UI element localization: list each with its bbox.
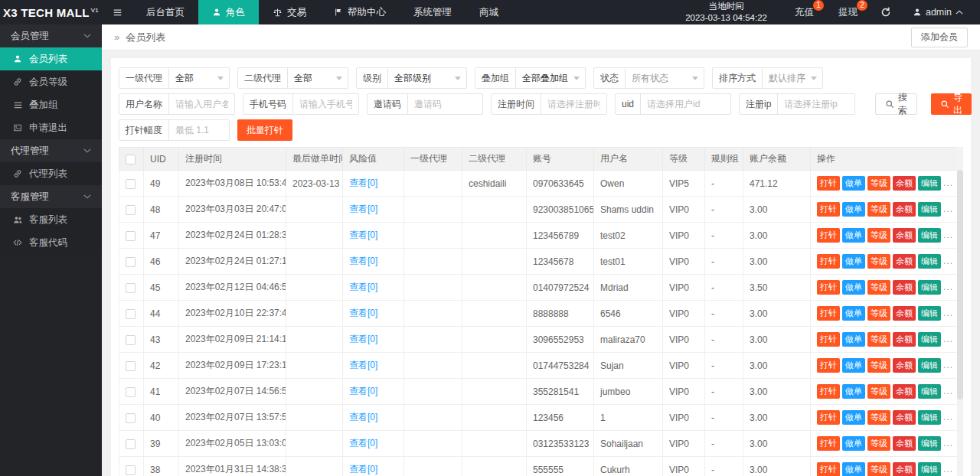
risk-view-link[interactable]: 查看[0] xyxy=(349,256,377,266)
risk-view-link[interactable]: 查看[0] xyxy=(349,178,377,188)
refresh-icon[interactable] xyxy=(870,7,902,18)
row-action-inject[interactable]: 打针 xyxy=(817,176,840,190)
row-action-level[interactable]: 等级 xyxy=(867,254,890,268)
nav-item[interactable]: 商城 xyxy=(466,0,512,24)
table-scrollbar[interactable] xyxy=(957,147,963,476)
row-action-order[interactable]: 做单 xyxy=(842,306,865,320)
row-action-level[interactable]: 等级 xyxy=(867,410,890,424)
select-all-checkbox[interactable] xyxy=(126,155,136,165)
row-action-balance[interactable]: 余额 xyxy=(893,332,916,346)
filter-select[interactable]: 全部级别 xyxy=(388,68,466,88)
row-action-balance[interactable]: 余额 xyxy=(893,228,916,242)
row-action-balance[interactable]: 余额 xyxy=(893,202,916,216)
risk-view-link[interactable]: 查看[0] xyxy=(349,412,377,422)
row-action-edit[interactable]: 编辑 xyxy=(918,228,941,242)
row-action-edit[interactable]: 编辑 xyxy=(918,332,941,346)
row-action-edit[interactable]: 编辑 xyxy=(918,436,941,450)
row-action-inject[interactable]: 打针 xyxy=(817,228,840,242)
row-action-level[interactable]: 等级 xyxy=(867,358,890,372)
row-action-inject[interactable]: 打针 xyxy=(817,462,840,476)
row-action-edit[interactable]: 编辑 xyxy=(918,410,941,424)
row-action-inject[interactable]: 打针 xyxy=(817,332,840,346)
row-action-order[interactable]: 做单 xyxy=(842,358,865,372)
more-actions[interactable]: ... xyxy=(943,178,953,188)
filter-input[interactable] xyxy=(778,94,854,114)
row-action-inject[interactable]: 打针 xyxy=(817,280,840,294)
row-action-inject[interactable]: 打针 xyxy=(817,410,840,424)
export-button[interactable]: 导出 xyxy=(931,93,972,115)
row-action-level[interactable]: 等级 xyxy=(867,332,890,346)
row-action-inject[interactable]: 打针 xyxy=(817,254,840,268)
filter-input[interactable] xyxy=(408,94,482,114)
nav-item[interactable]: 后台首页 xyxy=(132,0,198,24)
row-checkbox[interactable] xyxy=(126,257,136,267)
more-actions[interactable]: ... xyxy=(943,256,953,266)
row-action-inject[interactable]: 打针 xyxy=(817,436,840,450)
row-action-edit[interactable]: 编辑 xyxy=(918,202,941,216)
row-action-balance[interactable]: 余额 xyxy=(893,384,916,398)
risk-view-link[interactable]: 查看[0] xyxy=(349,282,377,292)
row-action-order[interactable]: 做单 xyxy=(842,384,865,398)
row-action-inject[interactable]: 打针 xyxy=(817,202,840,216)
more-actions[interactable]: ... xyxy=(943,438,953,448)
risk-view-link[interactable]: 查看[0] xyxy=(349,360,377,370)
filter-input[interactable] xyxy=(293,94,358,114)
risk-view-link[interactable]: 查看[0] xyxy=(349,438,377,448)
user-menu[interactable]: admin xyxy=(902,7,974,18)
more-actions[interactable]: ... xyxy=(943,308,953,318)
sidebar-item[interactable]: 客服列表 xyxy=(0,208,102,231)
search-button[interactable]: 搜索 xyxy=(875,93,917,115)
row-checkbox[interactable] xyxy=(126,231,136,241)
row-action-balance[interactable]: 余额 xyxy=(893,254,916,268)
sidebar-item[interactable]: 申请退出 xyxy=(0,116,102,139)
risk-view-link[interactable]: 查看[0] xyxy=(349,464,377,474)
hamburger-icon[interactable] xyxy=(102,0,132,24)
filter-select[interactable]: 默认排序 xyxy=(763,68,822,88)
filter-select[interactable]: 所有状态 xyxy=(626,68,704,88)
sidebar-group-header[interactable]: 会员管理 xyxy=(0,24,102,47)
row-action-order[interactable]: 做单 xyxy=(842,462,865,476)
row-action-balance[interactable]: 余额 xyxy=(893,410,916,424)
row-action-level[interactable]: 等级 xyxy=(867,280,890,294)
row-checkbox[interactable] xyxy=(126,465,136,475)
row-action-order[interactable]: 做单 xyxy=(842,410,865,424)
sidebar-item[interactable]: 客服代码 xyxy=(0,231,102,254)
inject-range-input[interactable] xyxy=(169,120,229,140)
row-checkbox[interactable] xyxy=(126,413,136,423)
row-action-inject[interactable]: 打针 xyxy=(817,306,840,320)
row-action-level[interactable]: 等级 xyxy=(867,306,890,320)
nav-item[interactable]: 交易 xyxy=(259,0,320,24)
risk-view-link[interactable]: 查看[0] xyxy=(349,204,377,214)
risk-view-link[interactable]: 查看[0] xyxy=(349,308,377,318)
row-checkbox[interactable] xyxy=(126,439,136,449)
row-action-level[interactable]: 等级 xyxy=(867,202,890,216)
add-member-button[interactable]: 添加会员 xyxy=(911,28,968,47)
recharge-button[interactable]: 充值 1 xyxy=(782,0,826,24)
row-action-order[interactable]: 做单 xyxy=(842,228,865,242)
row-action-order[interactable]: 做单 xyxy=(842,280,865,294)
risk-view-link[interactable]: 查看[0] xyxy=(349,386,377,396)
nav-item[interactable]: 角色 xyxy=(198,0,259,24)
row-checkbox[interactable] xyxy=(126,361,136,371)
row-checkbox[interactable] xyxy=(126,309,136,319)
more-actions[interactable]: ... xyxy=(943,204,953,214)
row-action-level[interactable]: 等级 xyxy=(867,462,890,476)
filter-input[interactable] xyxy=(641,94,730,114)
row-action-balance[interactable]: 余额 xyxy=(893,462,916,476)
risk-view-link[interactable]: 查看[0] xyxy=(349,334,377,344)
row-action-edit[interactable]: 编辑 xyxy=(918,358,941,372)
more-actions[interactable]: ... xyxy=(943,464,953,474)
row-action-level[interactable]: 等级 xyxy=(867,228,890,242)
nav-item[interactable]: 帮助中心 xyxy=(320,0,400,24)
filter-select[interactable]: 全部 xyxy=(288,68,348,88)
row-action-balance[interactable]: 余额 xyxy=(893,280,916,294)
risk-view-link[interactable]: 查看[0] xyxy=(349,230,377,240)
row-checkbox[interactable] xyxy=(126,283,136,293)
filter-input[interactable] xyxy=(169,94,234,114)
row-action-order[interactable]: 做单 xyxy=(842,254,865,268)
row-action-order[interactable]: 做单 xyxy=(842,176,865,190)
sidebar-item[interactable]: 会员等级 xyxy=(0,70,102,93)
row-action-balance[interactable]: 余额 xyxy=(893,358,916,372)
row-action-balance[interactable]: 余额 xyxy=(893,436,916,450)
row-action-edit[interactable]: 编辑 xyxy=(918,280,941,294)
